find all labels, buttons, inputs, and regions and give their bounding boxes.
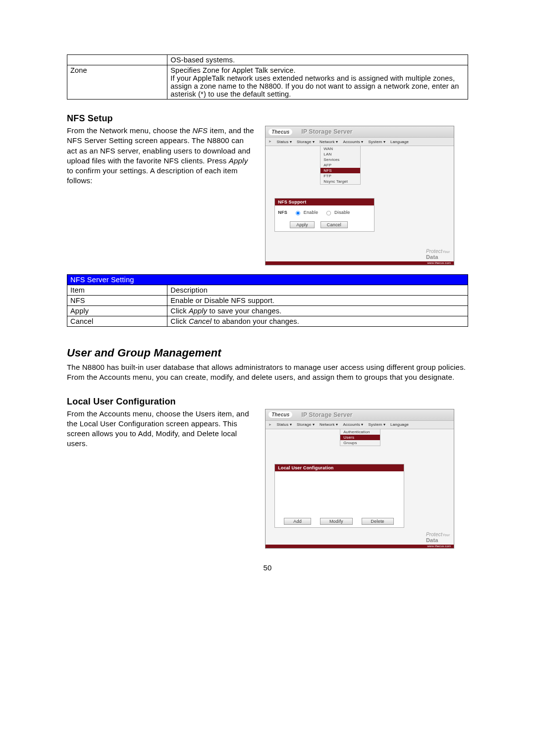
submenu-nfs[interactable]: NFS: [321, 168, 360, 173]
nfs-setup-heading: NFS Setup: [67, 113, 468, 124]
cell: Click Apply to save your changes.: [167, 306, 468, 316]
menu-accounts[interactable]: Accounts ▾: [343, 422, 363, 427]
footer-bar: www.thecus.com: [266, 545, 454, 548]
cell: Zone: [67, 65, 167, 100]
cancel-button[interactable]: Cancel: [321, 221, 348, 228]
accounts-submenu: Authentication Users Groups: [340, 429, 380, 446]
submenu-groups[interactable]: Groups: [340, 440, 380, 446]
panel-header: Local User Configuration: [275, 464, 404, 471]
submenu-users[interactable]: Users: [340, 435, 380, 440]
cell: NFS: [67, 296, 167, 306]
menu-system[interactable]: System ▾: [369, 140, 386, 144]
main-menu: ➤ Status ▾ Storage ▾ Network ▾ Accounts …: [266, 137, 454, 146]
modify-button[interactable]: Modify: [320, 518, 353, 525]
main-menu: ➤ Status ▾ Storage ▾ Network ▾ Accounts …: [266, 420, 454, 429]
cell: Apply: [67, 306, 167, 316]
logo: Thecus: [268, 411, 292, 418]
nfs-server-setting-table: NFS Server Setting Item Description NFS …: [67, 274, 468, 327]
radio-disable[interactable]: Disable: [323, 208, 350, 216]
user-list[interactable]: [275, 471, 404, 516]
local-user-config-heading: Local User Configuration: [67, 397, 468, 407]
cell: Enable or Disable NFS support.: [167, 296, 468, 306]
delete-button[interactable]: Delete: [362, 518, 394, 525]
cell: Cancel: [67, 316, 167, 327]
menu-storage[interactable]: Storage ▾: [297, 422, 315, 427]
network-submenu: WAN LAN Services AFP NFS FTP Nsync Targe…: [320, 146, 361, 185]
text-em: NFS: [193, 126, 208, 135]
menu-storage[interactable]: Storage ▾: [297, 140, 315, 144]
panel-header: NFS Support: [275, 199, 374, 205]
nfs-paragraph: From the Network menu, choose the NFS it…: [67, 126, 254, 186]
text: From the Network menu, choose the: [67, 126, 193, 135]
cell: Click Cancel to abandon your changes.: [167, 316, 468, 327]
protect-tagline: ProtectYourData: [426, 532, 450, 543]
text: to confirm your settings. A description …: [67, 166, 238, 185]
submenu-ftp[interactable]: FTP: [321, 173, 360, 179]
page-number: 50: [67, 563, 468, 572]
apply-button[interactable]: Apply: [290, 221, 315, 228]
protect-tagline: ProtectYourData: [426, 249, 450, 260]
luc-paragraph: From the Accounts menu, choose the Users…: [67, 409, 254, 449]
submenu-nsync[interactable]: Nsync Target: [321, 179, 360, 184]
menu-language[interactable]: Language: [390, 422, 409, 427]
cell: OS-based systems.: [167, 55, 468, 65]
menu-network[interactable]: Network ▾: [320, 140, 338, 144]
window-title: IP Storage Server: [301, 128, 352, 135]
menu-network[interactable]: Network ▾: [320, 422, 338, 427]
cell: Description: [167, 285, 468, 296]
screenshot-local-user: Thecus IP Storage Server ➤ Status ▾ Stor…: [265, 409, 454, 549]
ugm-paragraph: The N8800 has built-in user database tha…: [67, 362, 468, 383]
submenu-afp[interactable]: AFP: [321, 162, 360, 168]
nfs-support-panel: NFS Support NFS Enable Disable Apply Can…: [274, 198, 374, 232]
cell: Specifies Zone for Applet Talk service. …: [167, 65, 468, 100]
row-label: NFS: [278, 210, 287, 215]
local-user-panel: Local User Configuration Add Modify Dele…: [274, 464, 404, 528]
submenu-wan[interactable]: WAN: [321, 146, 360, 151]
submenu-authentication[interactable]: Authentication: [340, 429, 380, 435]
menu-status[interactable]: Status ▾: [276, 140, 292, 144]
cell: Item: [67, 285, 167, 296]
submenu-services[interactable]: Services: [321, 157, 360, 162]
radio-enable[interactable]: Enable: [292, 208, 318, 216]
window-title: IP Storage Server: [301, 411, 352, 418]
menu-status[interactable]: Status ▾: [276, 422, 292, 427]
table-header: NFS Server Setting: [67, 275, 468, 285]
menu-language[interactable]: Language: [390, 140, 409, 144]
screenshot-nfs: Thecus IP Storage Server ➤ Status ▾ Stor…: [265, 126, 454, 265]
appletalk-table: OS-based systems. Zone Specifies Zone fo…: [67, 54, 468, 100]
add-button[interactable]: Add: [284, 518, 311, 525]
user-group-mgmt-heading: User and Group Management: [67, 347, 468, 359]
menu-accounts[interactable]: Accounts ▾: [343, 140, 363, 144]
logo: Thecus: [268, 129, 292, 135]
menu-system[interactable]: System ▾: [369, 422, 386, 427]
text-em: Apply: [229, 156, 248, 165]
footer-bar: www.thecus.com: [266, 261, 454, 265]
submenu-lan[interactable]: LAN: [321, 151, 360, 157]
